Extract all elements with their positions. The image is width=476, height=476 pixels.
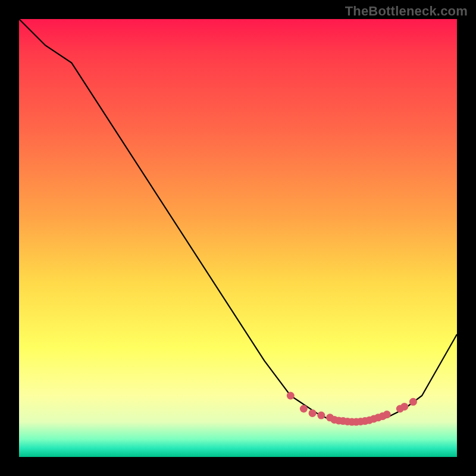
watermark-text: TheBottleneck.com xyxy=(345,4,468,19)
highlight-markers xyxy=(287,392,417,426)
marker-dot xyxy=(309,409,317,417)
marker-dot xyxy=(409,398,417,406)
curve-line xyxy=(19,19,457,422)
marker-dot xyxy=(400,403,408,411)
marker-dot xyxy=(317,412,325,419)
marker-dot xyxy=(383,411,391,418)
marker-dot xyxy=(287,392,295,400)
chart-svg xyxy=(19,19,457,457)
plot-area xyxy=(19,19,457,457)
chart-container: TheBottleneck.com xyxy=(0,0,476,476)
marker-dot xyxy=(300,405,308,413)
